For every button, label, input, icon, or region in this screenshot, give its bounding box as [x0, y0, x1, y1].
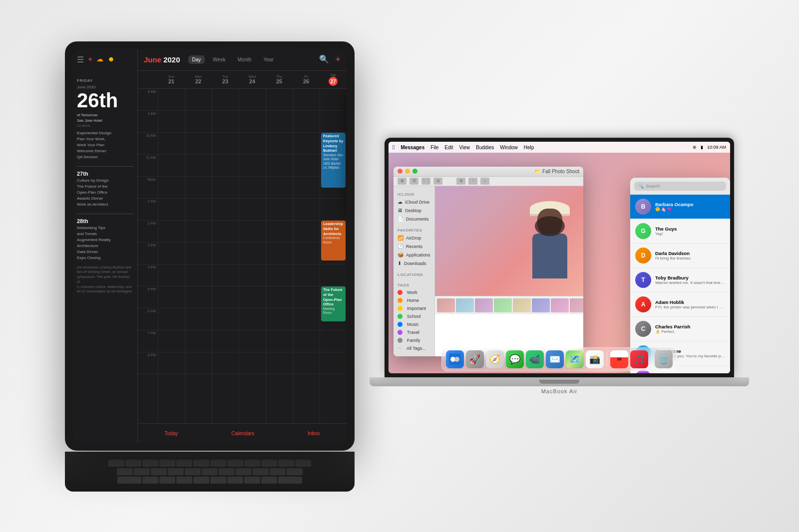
menu-view[interactable]: View	[459, 145, 470, 150]
finder-item-recents[interactable]: 🕐 Recents	[394, 242, 434, 251]
dock-maps-icon[interactable]: 🗺️	[566, 350, 584, 368]
thumbnail-5[interactable]	[513, 298, 531, 312]
day-header-thu: Thu25	[266, 71, 293, 88]
view-month-button[interactable]: Month	[234, 55, 256, 64]
event-featured-keynote[interactable]: Featured Keynote by Lindsey Bukhari Sher…	[321, 133, 346, 188]
locations-section-label: Locations	[394, 270, 434, 278]
search-icon: 🔍	[638, 184, 644, 189]
day-header-tue: Tue23	[212, 71, 239, 88]
dock-messages-icon[interactable]: 💬	[506, 350, 524, 368]
msg-preview-toby: Warren briefed me. It wasn't that brief.…	[655, 280, 725, 285]
thumbnail-2[interactable]	[456, 298, 474, 312]
finder-toolbar: ⊞ ☰ ⋮⋮ ⊟ ⚙ ↑ ○	[394, 177, 583, 187]
menu-help[interactable]: Help	[524, 145, 534, 150]
tag-important[interactable]: Important	[394, 304, 434, 312]
icloud-section-label: iCloud	[394, 190, 434, 198]
tag-family[interactable]: Family	[394, 336, 434, 344]
body-shape	[532, 234, 567, 278]
menu-edit[interactable]: Edit	[444, 145, 453, 150]
finder-item-airdrop[interactable]: 📶 AirDrop	[394, 234, 434, 242]
finder-item-documents[interactable]: 📄 Documents	[394, 215, 434, 223]
thumbnail-4[interactable]	[494, 298, 512, 312]
dock-safari-icon[interactable]: 🧭	[486, 350, 504, 368]
inbox-button[interactable]: Inbox	[308, 431, 320, 436]
dock-music-icon[interactable]: 🎵	[630, 350, 648, 368]
tag-school[interactable]: School	[394, 312, 434, 320]
search-box[interactable]: 🔍 Search	[634, 182, 726, 191]
tags-section-label: Tags	[394, 281, 434, 288]
finder-item-downloads[interactable]: ⬇ Downloads	[394, 259, 434, 267]
event-leadership[interactable]: Leadership Skills for Architects Confere…	[321, 221, 346, 261]
message-item-darla[interactable]: D Darla Davidson I'll bring the tiramisu	[630, 244, 730, 268]
menu-messages[interactable]: Messages	[400, 145, 424, 150]
search-icon[interactable]: 🔍	[319, 54, 329, 65]
avatar-adam: A	[635, 296, 651, 312]
finder-item-applications[interactable]: 📦 Applications	[394, 251, 434, 259]
message-item-charles[interactable]: C Charles Parrish 👌 Perfect.	[630, 317, 730, 341]
thumbnail-6[interactable]	[532, 298, 550, 312]
clock-display: 10:09 AM	[707, 145, 726, 150]
menu-buddies[interactable]: Buddies	[476, 145, 494, 150]
dock-facetime-icon[interactable]: 📹	[526, 350, 544, 368]
add-event-button[interactable]: +	[335, 54, 341, 65]
event-future-office[interactable]: The Future of the Open-Plan Office Meeti…	[321, 286, 346, 321]
thumbnail-3[interactable]	[475, 298, 493, 312]
avatar-darla: D	[635, 248, 651, 264]
macbook-label: MacBook Air	[385, 388, 734, 394]
dock-calendar-icon[interactable]: 10	[610, 350, 628, 368]
view-day-button[interactable]: Day	[188, 55, 205, 64]
key	[176, 460, 192, 467]
time-11am: 11 AM	[138, 155, 158, 177]
today-button[interactable]: Today	[165, 431, 178, 436]
finder-window[interactable]: 📁 Fall Photo Shoot ⊞ ☰ ⋮⋮ ⊟ ⚙ ↑	[394, 167, 583, 356]
finder-content	[435, 186, 583, 356]
menu-window[interactable]: Window	[500, 145, 518, 150]
key	[261, 477, 277, 484]
dock-trash-icon[interactable]: 🗑️	[655, 350, 673, 368]
tag-work[interactable]: Work	[394, 288, 434, 296]
tag-music[interactable]: Music	[394, 320, 434, 328]
day-col-sun	[158, 89, 185, 423]
view-icon-3[interactable]: ⋮⋮	[421, 178, 430, 185]
message-item-guys[interactable]: G The Guys Yay!	[630, 219, 730, 244]
message-item-adam[interactable]: A Adam Hoblik FYI, the printer was jamme…	[630, 292, 730, 317]
action-icon[interactable]: ⚙	[456, 178, 465, 185]
dock-mail-icon[interactable]: ✉️	[546, 350, 564, 368]
maximize-window-button[interactable]	[412, 169, 417, 174]
time-3pm: 3 PM	[138, 243, 158, 265]
message-item-barbara[interactable]: B Barbara Ocampo 🙂 🦄 💜	[630, 195, 730, 219]
apple-menu-icon[interactable]: 	[393, 144, 395, 151]
tag-home[interactable]: Home	[394, 296, 434, 304]
sidebar-event-list-27: Culture by DesignThe Future of theOpen-P…	[77, 178, 133, 208]
msg-content-jeanne: Jeanne Fox Every meal I've had t include…	[655, 373, 725, 373]
view-icon-1[interactable]: ⊞	[398, 178, 406, 185]
minimize-window-button[interactable]	[405, 169, 410, 174]
icloud-drive-icon: ☁	[398, 199, 402, 205]
view-icon-2[interactable]: ☰	[409, 178, 418, 185]
finder-item-icloud-drive[interactable]: ☁ iCloud Drive	[394, 198, 434, 206]
thumbnail-7[interactable]	[551, 298, 569, 312]
thumbnail-1[interactable]	[437, 298, 455, 312]
view-week-button[interactable]: Week	[209, 55, 229, 64]
finder-item-desktop[interactable]: 🖥 Desktop	[394, 206, 434, 215]
dock-finder-icon[interactable]	[446, 350, 464, 368]
key	[193, 460, 209, 467]
close-window-button[interactable]	[398, 169, 402, 174]
dock-photos-icon[interactable]: 📸	[586, 350, 604, 368]
view-year-button[interactable]: Year	[260, 55, 278, 64]
tag-all[interactable]: ⋯All Tags...	[394, 344, 434, 352]
msg-content-guys: The Guys Yay!	[655, 226, 725, 236]
menu-file[interactable]: File	[430, 145, 438, 150]
dock-launchpad-icon[interactable]: 🚀	[466, 350, 484, 368]
time-8pm: 8 PM	[138, 352, 158, 374]
message-item-toby[interactable]: T Toby Bradbury Warren briefed me. It wa…	[630, 268, 730, 292]
share-icon[interactable]: ↑	[468, 178, 477, 185]
avatar-charles: C	[635, 321, 651, 337]
view-icon-4[interactable]: ⊟	[433, 178, 442, 185]
thumbnail-8[interactable]	[570, 298, 583, 312]
calendars-button[interactable]: Calendars	[231, 431, 254, 436]
tag-icon[interactable]: ○	[480, 178, 489, 185]
tag-travel[interactable]: Travel	[394, 328, 434, 336]
messages-panel[interactable]: 🔍 Search B Barbara Ocampo	[630, 178, 730, 373]
msg-name-charles: Charles Parrish	[655, 324, 725, 329]
